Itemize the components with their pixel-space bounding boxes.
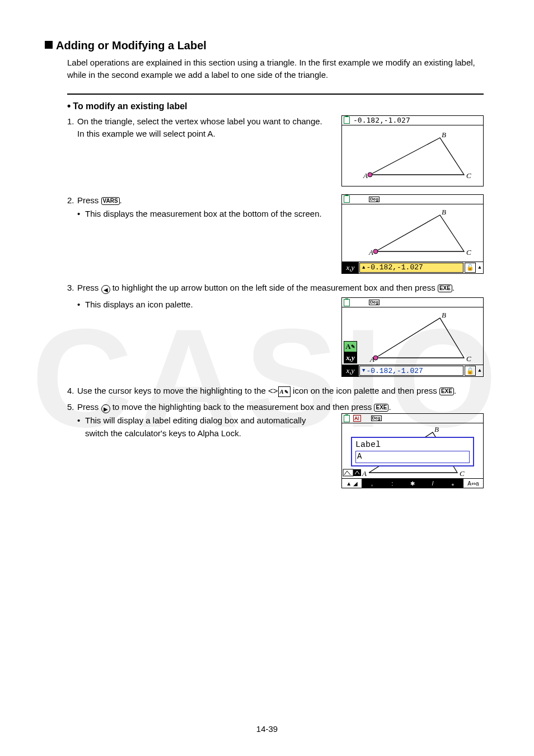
measure-value: ▼ -0.182,-1.027 xyxy=(359,366,463,376)
measure-tag-xy: x,y xyxy=(342,262,359,273)
up-nav-icon: ▲ xyxy=(476,262,483,273)
alpha-lock-icon: A⁝ xyxy=(353,415,361,422)
measure-value: ▲ -0.182,-1.027 xyxy=(359,263,463,273)
fkey-6[interactable]: ₒ xyxy=(443,479,463,488)
status-coords: -0.182,-1.027 xyxy=(353,116,410,124)
lock-button: 🔓 xyxy=(465,263,476,273)
svg-text:A: A xyxy=(368,248,373,256)
icon-palette: A✎ x,y xyxy=(344,341,357,363)
svg-text:B: B xyxy=(434,425,439,433)
fkey-2[interactable]: , xyxy=(362,479,382,488)
svg-text:A: A xyxy=(369,355,374,363)
left-cursor-icon: ◀ xyxy=(101,285,110,294)
right-cursor-icon: ▶ xyxy=(101,404,110,413)
up-arrow-icon: ▲ xyxy=(362,265,365,270)
deg-indicator: Deg xyxy=(371,416,382,421)
svg-text:B: B xyxy=(442,208,446,216)
fkey-3[interactable]: : xyxy=(382,479,402,488)
heading-square-icon xyxy=(45,41,53,49)
battery-icon xyxy=(344,299,350,306)
svg-rect-16 xyxy=(353,469,361,476)
exe-key-icon: EXE xyxy=(439,388,454,395)
lock-button: 🔓 xyxy=(465,366,476,376)
exe-key-icon: EXE xyxy=(438,284,452,292)
palette-xy-icon: x,y xyxy=(344,352,357,363)
battery-icon xyxy=(344,415,350,422)
label-tool-icon: A✎ xyxy=(278,386,291,397)
deg-indicator: Deg xyxy=(369,197,380,202)
svg-text:B: B xyxy=(442,130,446,139)
svg-point-0 xyxy=(368,172,372,177)
deg-indicator: Deg xyxy=(369,300,380,305)
step-1: 1. On the triangle, select the vertex wh… xyxy=(67,115,331,141)
svg-text:C: C xyxy=(466,354,471,363)
down-arrow-icon: ▼ xyxy=(362,368,365,374)
svg-text:A: A xyxy=(363,171,368,180)
intro-paragraph: Label operations are explained in this s… xyxy=(67,57,484,81)
fkey-7[interactable]: A⇔a xyxy=(463,479,483,488)
vars-key-icon: VARS xyxy=(101,197,120,205)
lock-icon: 🔓 xyxy=(466,367,474,375)
svg-text:C: C xyxy=(466,171,471,180)
pencil-icon: ✎ xyxy=(351,344,355,349)
exe-key-icon: EXE xyxy=(374,404,388,412)
subheading: •To modify an existing label xyxy=(67,100,484,112)
step-4: 4. Use the cursor keys to move the highl… xyxy=(67,385,484,398)
calc-screenshot-4: A⁝ Deg A B C Label A xyxy=(341,413,484,488)
battery-icon xyxy=(344,195,350,203)
bullet-icon: • xyxy=(67,100,71,111)
lock-icon: 🔓 xyxy=(466,264,474,271)
step-3: 3. Press ◀ to highlight the up arrow but… xyxy=(67,282,484,295)
svg-point-4 xyxy=(373,249,378,254)
measure-tag-xy: x,y xyxy=(342,365,359,376)
fkey-4[interactable]: ✱ xyxy=(402,479,423,488)
calc-screenshot-3: Deg A B C A✎ x,y x,y ▼ -0.1 xyxy=(341,297,484,377)
svg-text:C: C xyxy=(460,469,465,478)
dialog-title: Label xyxy=(355,440,470,450)
up-nav-icon: ▲ xyxy=(476,365,483,376)
fkey-5[interactable]: / xyxy=(423,479,443,488)
palette-label-icon: A✎ xyxy=(344,341,357,352)
section-heading: Adding or Modifying a Label xyxy=(45,39,484,52)
dialog-input[interactable]: A xyxy=(355,451,470,463)
step-3-bullet: • This displays an icon palette. xyxy=(67,297,331,311)
calc-screenshot-1: -0.182,-1.027 A B C xyxy=(341,115,484,186)
step-5: 5. Press ▶ to move the highlighting back… xyxy=(67,401,484,414)
step-5-bullet: • This will display a label editing dial… xyxy=(67,413,331,440)
calc-screenshot-2: Deg A B C x,y ▲ -0.182,-1.027 🔓 ▲ xyxy=(341,194,484,274)
svg-text:C: C xyxy=(466,248,471,256)
step-2: 2. Press VARS. • This displays the measu… xyxy=(67,194,331,221)
svg-text:A: A xyxy=(362,469,367,478)
divider xyxy=(67,94,484,95)
fkey-1[interactable]: ▲ ◢ xyxy=(342,479,362,488)
pencil-icon: ✎ xyxy=(284,389,289,395)
page-number: 14-39 xyxy=(0,724,534,734)
battery-icon xyxy=(344,116,350,124)
fkey-bar: ▲ ◢ , : ✱ / ₒ A⇔a xyxy=(342,478,483,488)
svg-text:B: B xyxy=(442,311,446,319)
label-dialog: Label A xyxy=(351,437,474,466)
